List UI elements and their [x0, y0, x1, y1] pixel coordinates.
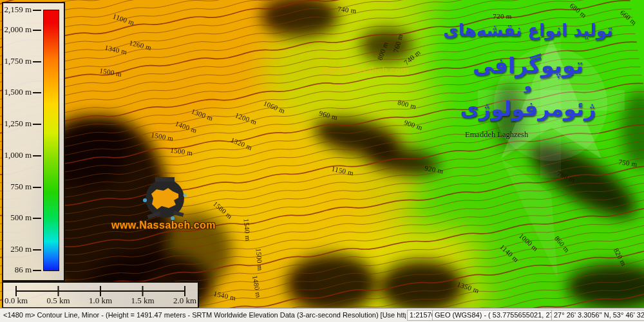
legend-tick: 2,159 m: [3, 5, 42, 15]
legend-tick: 1,750 m: [3, 56, 42, 66]
legend-tick: 750 m: [3, 182, 42, 192]
scale-bar-label: 0.0 km: [5, 296, 28, 306]
scale-bar-label: 1.5 km: [131, 296, 154, 306]
legend-tick: 1,000 m: [3, 150, 42, 160]
legend-tick: 500 m: [3, 213, 42, 223]
persian-caption-line-4: ژئومرفولوژی: [412, 97, 644, 121]
global-mapper-window: 1100 m1260 m1340 m1500 m740 m720 m680 m6…: [0, 0, 644, 322]
legend-tick: 250 m: [3, 244, 42, 254]
legend-tick: 1,250 m: [3, 118, 42, 129]
watermark-url-text: www.Nassabeh.com: [109, 220, 218, 231]
scale-bar-label: 2.0 km: [173, 296, 196, 306]
legend-tick: 1,500 m: [3, 87, 42, 97]
elevation-color-ramp: [43, 10, 59, 271]
watermark-url-faint: www.Nassabeh.com: [310, 65, 420, 75]
nassabeh-logo-icon: [136, 169, 194, 227]
elevation-legend-panel: 2,159 m2,000 m1,750 m1,500 m1,250 m1,000…: [2, 2, 65, 281]
place-label: Emaddeh Laghzesh: [465, 130, 528, 140]
terrain-raster: [0, 0, 644, 308]
legend-tick: 2,000 m: [3, 24, 42, 35]
status-coordinates: 27° 26' 3.3056" N, 53° 46' 32.0358": [551, 310, 644, 321]
status-message: <1480 m> Contour Line, Minor - (Height =…: [1, 310, 406, 321]
persian-caption-line-1: تولید انواع نقشه‌های: [412, 21, 644, 40]
persian-caption-line-3: و: [412, 79, 644, 93]
scale-bar-label: 1.0 km: [89, 296, 112, 306]
persian-caption-line-2: توپوگرافی: [412, 53, 644, 78]
map-viewport[interactable]: 1100 m1260 m1340 m1500 m740 m720 m680 m6…: [0, 0, 644, 308]
scale-bar-panel: 0.0 km0.5 km1.0 km1.5 km2.0 km: [2, 281, 199, 308]
legend-tick: 86 m: [3, 265, 42, 275]
scale-bar-label: 0.5 km: [46, 296, 70, 306]
status-bar: <1480 m> Contour Line, Minor - (Height =…: [0, 308, 644, 322]
